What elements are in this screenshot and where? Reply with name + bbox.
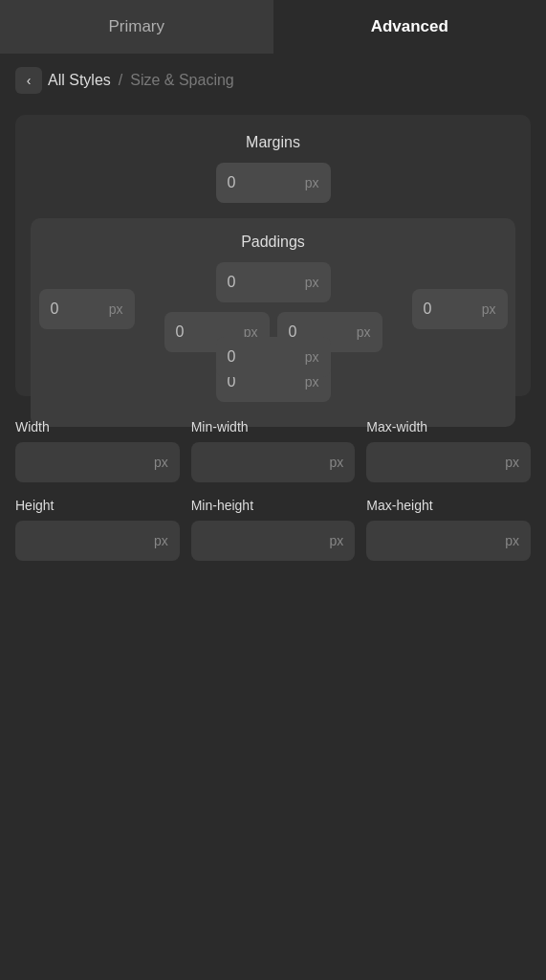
margins-left-unit: px <box>109 301 123 317</box>
min-height-unit: px <box>330 533 344 548</box>
min-width-unit: px <box>330 455 344 470</box>
main-content: Margins 0 px Paddings 0 px 0 <box>0 107 546 607</box>
width-unit: px <box>154 455 168 470</box>
min-height-label: Min-height <box>191 498 356 513</box>
margins-top-value: 0 <box>228 174 236 191</box>
max-height-field: Max-height px <box>366 498 531 561</box>
breadcrumb-all-styles-link[interactable]: All Styles <box>48 72 111 89</box>
tab-primary[interactable]: Primary <box>0 0 273 54</box>
width-field: Width px <box>15 419 180 482</box>
margins-right-input[interactable]: 0 px <box>412 289 508 329</box>
breadcrumb: ‹ All Styles / Size & Spacing <box>0 54 546 107</box>
tab-advanced[interactable]: Advanced <box>273 0 547 54</box>
width-input[interactable]: px <box>15 442 180 482</box>
margins-right-value: 0 <box>424 301 432 318</box>
min-height-field: Min-height px <box>191 498 356 561</box>
margins-right-unit: px <box>482 301 496 317</box>
height-unit: px <box>154 533 168 548</box>
margins-top-unit: px <box>305 175 319 190</box>
max-height-label: Max-height <box>366 498 531 513</box>
min-width-field: Min-width px <box>191 419 356 482</box>
max-height-unit: px <box>505 533 519 548</box>
margin-bottom-input[interactable]: 0 px <box>216 337 331 377</box>
paddings-top-input[interactable]: 0 px <box>216 262 331 302</box>
min-width-input[interactable]: px <box>191 442 356 482</box>
min-width-label: Min-width <box>191 419 356 434</box>
min-height-input[interactable]: px <box>191 521 356 561</box>
breadcrumb-current-page: Size & Spacing <box>130 72 234 89</box>
max-width-label: Max-width <box>366 419 531 434</box>
margins-left-value: 0 <box>51 301 59 318</box>
paddings-top-value: 0 <box>228 274 236 291</box>
max-width-unit: px <box>505 455 519 470</box>
paddings-inner-right-unit: px <box>357 324 371 340</box>
margins-top-wrap: 0 px <box>31 163 515 203</box>
height-input[interactable]: px <box>15 521 180 561</box>
height-label: Height <box>15 498 180 513</box>
margins-label: Margins <box>31 134 515 151</box>
height-field: Height px <box>15 498 180 561</box>
paddings-label: Paddings <box>42 234 504 251</box>
margin-bottom-unit: px <box>305 349 319 365</box>
max-width-input[interactable]: px <box>366 442 531 482</box>
chevron-left-icon: ‹ <box>27 73 32 88</box>
height-labels-row: Height px Min-height px Max-height px <box>15 498 531 561</box>
margin-bottom-wrap: 0 px <box>31 337 515 377</box>
width-label: Width <box>15 419 180 434</box>
spacing-container: Margins 0 px Paddings 0 px 0 <box>15 115 531 396</box>
width-labels-row: Width px Min-width px Max-width px <box>15 419 531 482</box>
max-height-input[interactable]: px <box>366 521 531 561</box>
max-width-field: Max-width px <box>366 419 531 482</box>
margins-top-input[interactable]: 0 px <box>216 163 331 203</box>
margin-bottom-value: 0 <box>228 348 236 366</box>
back-button[interactable]: ‹ <box>15 67 42 94</box>
size-section: Width px Min-width px Max-width px <box>15 419 531 561</box>
margins-left-input[interactable]: 0 px <box>39 289 135 329</box>
tab-bar: Primary Advanced <box>0 0 546 54</box>
breadcrumb-separator: / <box>119 72 122 89</box>
paddings-left-value: 0 <box>176 323 185 341</box>
paddings-top-unit: px <box>305 275 319 290</box>
